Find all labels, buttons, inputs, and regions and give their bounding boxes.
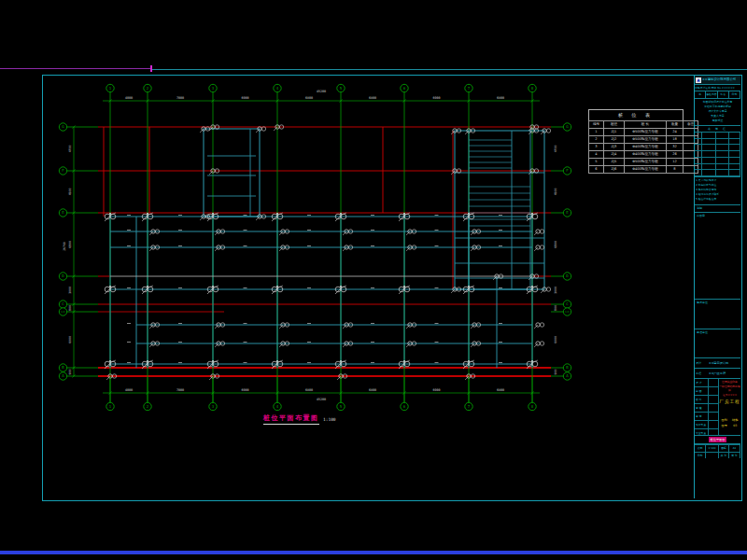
title-block-logo-row: ▲ ××建筑设计院有限公司 bbox=[695, 76, 740, 85]
sign-grid-cell bbox=[729, 158, 740, 164]
pile-table-cell: 2 bbox=[589, 136, 604, 144]
pile-table-cell: 6 bbox=[589, 166, 604, 174]
scale-date-cell: 共 张 bbox=[719, 452, 729, 459]
pile-table-title: 桩 位 表 bbox=[588, 109, 684, 120]
title-block: ▲ ××建筑设计院有限公司 工程设计证书 甲级 No.×××××× 序修改内容签… bbox=[695, 76, 740, 498]
project-label: 工程 bbox=[695, 371, 709, 375]
sign-grid-cell bbox=[695, 164, 702, 171]
svg-text:6000: 6000 bbox=[554, 336, 557, 343]
sign-grid bbox=[695, 133, 740, 177]
sign-grid-cell bbox=[716, 158, 729, 164]
pile-table-grid: 编号桩径桩 长数量备注 1ZJ1Φ500预应力管桩242ZJ2Φ500预应力管桩… bbox=[588, 120, 698, 174]
sign-grid-cell bbox=[702, 145, 716, 151]
svg-text:45200: 45200 bbox=[317, 398, 326, 401]
role-row: 制 图 bbox=[695, 387, 718, 396]
svg-text:6800: 6800 bbox=[68, 241, 72, 248]
svg-text:6800: 6800 bbox=[369, 96, 376, 100]
cad-canvas[interactable]: 4000700069006800680069006800452004000700… bbox=[0, 0, 747, 560]
role-rows: 设 计制 图校 对审 核审 定项目负责专业负责 bbox=[695, 379, 719, 435]
revision-header-cell: 修改内容 bbox=[706, 91, 717, 98]
design-unit-value: ××建筑设计院 bbox=[709, 361, 740, 365]
signature-core: 设 计制 图校 对审 核审 定项目负责专业负责 注册执业印章一级注册结构工程师证… bbox=[695, 379, 740, 436]
stamp-column: 注册执业印章一级注册结构工程师证号×××× 厂房工程 图别结施图号03 bbox=[719, 379, 740, 435]
stamp-red-line: 注册执业印章 bbox=[719, 380, 740, 385]
pile-table-row: 3ZJ3Φ400预应力管桩32 bbox=[589, 144, 698, 151]
pile-table-cell: 8 bbox=[667, 166, 684, 174]
copyright-info-block: 本图版权归设计单位所有未经许可不得翻印复制设计文件专用章负责人签章有效期至 bbox=[695, 99, 740, 126]
company-logo-icon: ▲ bbox=[696, 77, 701, 83]
company-name: ××建筑设计院有限公司 bbox=[702, 77, 736, 81]
sign-grid-cell bbox=[729, 145, 740, 151]
scale-date-grid: 比例1:100图幅A1日期共 张第 张 bbox=[695, 444, 740, 458]
pile-table-cell: Φ500预应力管桩 bbox=[625, 159, 667, 166]
project-name-row: 工程 ××厂区工程 bbox=[695, 369, 740, 379]
revision-header-cell: 签名 bbox=[718, 91, 729, 98]
role-signature-cell bbox=[708, 404, 718, 412]
role-row: 项目负责 bbox=[695, 421, 718, 429]
stamp-cell-2-label: 建设单位 bbox=[697, 301, 708, 304]
svg-text:3000: 3000 bbox=[554, 287, 557, 294]
sign-grid-cell bbox=[702, 151, 716, 158]
pile-table-cell: 32 bbox=[667, 144, 684, 151]
svg-text:7000: 7000 bbox=[176, 96, 184, 100]
pile-table-cell: 4 bbox=[589, 151, 604, 159]
info-line: 有效期至 bbox=[695, 119, 740, 123]
pile-table-cell: Φ400预应力管桩 bbox=[625, 166, 667, 174]
role-signature-cell bbox=[708, 396, 718, 403]
role-signature-cell bbox=[708, 379, 718, 386]
stamp-cell-3: 监理单位 bbox=[695, 329, 740, 358]
stamp-cell-2: 建设单位 bbox=[695, 300, 740, 329]
svg-text:6900: 6900 bbox=[241, 388, 248, 392]
scale-date-cell: 比例 bbox=[695, 444, 706, 452]
stamp-cell-1-label: 出图章 bbox=[697, 214, 705, 217]
general-notes: 1.尺寸均以毫米计2.标高以米为单位3.施工须符合规范4.疑问请与设计联系5.桩… bbox=[695, 177, 740, 205]
bottom-blue-bar bbox=[0, 551, 747, 554]
pile-table-cell: ZJ4 bbox=[604, 151, 625, 159]
pile-markers bbox=[105, 125, 551, 380]
sign-grid-cell bbox=[702, 139, 716, 146]
pile-table-cell: 1 bbox=[589, 129, 604, 136]
pile-table-header-row: 编号桩径桩 长数量备注 bbox=[589, 121, 698, 129]
svg-text:4000: 4000 bbox=[125, 388, 133, 392]
role-signature-cell bbox=[708, 429, 718, 436]
sign-grid-cell bbox=[716, 170, 729, 176]
sign-grid-cell bbox=[702, 164, 716, 171]
sign-grid-cell bbox=[716, 164, 729, 171]
pile-table-cell: ZJ1 bbox=[604, 129, 625, 136]
svg-text:6800: 6800 bbox=[305, 96, 313, 100]
pile-table-header-cell: 数量 bbox=[667, 121, 684, 129]
scale-date-cell: A1 bbox=[729, 444, 740, 452]
revision-header-cell: 日期 bbox=[729, 91, 740, 98]
structural-plan-svg: 4000700069006800680069006800452004000700… bbox=[0, 0, 747, 560]
role-signature-cell bbox=[708, 387, 718, 395]
note-line: 5.桩位详见桩位表 bbox=[696, 197, 740, 202]
svg-text:45200: 45200 bbox=[317, 90, 326, 93]
svg-text:900: 900 bbox=[554, 370, 557, 375]
sign-bar-label: 会 签 栏 bbox=[695, 126, 740, 133]
pile-table-cell: Φ400预应力管桩 bbox=[625, 151, 667, 159]
svg-text:4000: 4000 bbox=[125, 96, 133, 100]
stamp-red-line: 证号×××× bbox=[719, 393, 740, 398]
dimension-bottom: 400070006900680068006900680045200 bbox=[103, 377, 540, 402]
sign-grid-cell bbox=[695, 170, 702, 176]
svg-text:3000: 3000 bbox=[68, 287, 72, 294]
sign-grid-cell bbox=[695, 133, 702, 139]
pile-table-cell: 26 bbox=[667, 151, 684, 159]
notes-label-cell: 说明 bbox=[695, 205, 740, 213]
svg-text:900: 900 bbox=[68, 370, 72, 375]
svg-text:800: 800 bbox=[68, 305, 72, 311]
svg-text:4700: 4700 bbox=[68, 146, 72, 153]
sign-grid-cell bbox=[716, 139, 729, 146]
role-label: 专业负责 bbox=[695, 429, 708, 436]
drawing-name-highlight-cell: 桩位平面图 bbox=[695, 436, 740, 444]
sign-grid-cell bbox=[695, 158, 702, 164]
scale-date-cell: 第 张 bbox=[729, 452, 740, 459]
sheet-row-cell: 03 bbox=[730, 423, 741, 428]
svg-text:6900: 6900 bbox=[241, 96, 248, 100]
pile-table-cell: ZJ5 bbox=[604, 159, 625, 166]
sign-grid-cell bbox=[729, 151, 740, 158]
role-row: 审 核 bbox=[695, 404, 718, 413]
svg-text:6800: 6800 bbox=[497, 388, 504, 392]
svg-text:6900: 6900 bbox=[432, 388, 440, 392]
design-unit-label: 设计 bbox=[695, 361, 709, 365]
